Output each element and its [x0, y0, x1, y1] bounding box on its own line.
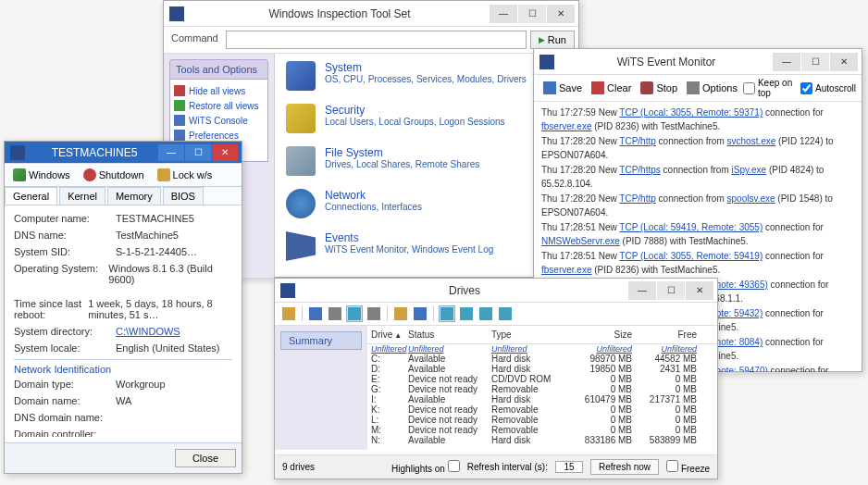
minimize-button[interactable]: —	[490, 5, 517, 23]
keep-on-top-checkbox[interactable]: Keep on top	[743, 78, 799, 98]
toolbar-btn-10[interactable]	[477, 305, 494, 322]
close-button[interactable]: ✕	[830, 53, 858, 71]
table-row[interactable]: M:Device not readyRemovable0 MB0 MB	[367, 425, 717, 435]
toolbar-btn-9[interactable]	[458, 305, 475, 322]
col-size[interactable]: Size	[571, 328, 636, 342]
toolbar-btn-5[interactable]	[366, 305, 382, 322]
options-button[interactable]: Options	[683, 81, 741, 95]
shutdown-menu[interactable]: Shutdown	[78, 167, 150, 183]
tm-titlebar[interactable]: TESTMACHINE5 — ☐ ✕	[5, 142, 242, 164]
toolbar-btn-11[interactable]	[497, 305, 514, 322]
filter-link[interactable]: Unfiltered	[571, 344, 636, 354]
wits-titlebar[interactable]: Windows Inspection Tool Set — ☐ ✕	[164, 1, 578, 27]
filter-link[interactable]: Unfiltered	[367, 344, 404, 354]
filter-link[interactable]: Unfiltered	[488, 344, 571, 354]
event-link[interactable]: TCP (Local: 3055, Remote: 59419)	[619, 251, 763, 261]
category-item[interactable]: File SystemDrives, Local Shares, Remote …	[286, 146, 567, 176]
toolbar-btn-6[interactable]	[392, 305, 409, 322]
interval-input[interactable]	[555, 461, 583, 473]
col-drive[interactable]: Drive▲	[367, 328, 404, 342]
close-button-footer[interactable]: Close	[175, 449, 236, 467]
close-button[interactable]: ✕	[547, 5, 575, 23]
event-link[interactable]: TCP/https	[619, 165, 660, 175]
ev-titlebar[interactable]: WiTS Event Monitor — ☐ ✕	[534, 49, 862, 75]
cell-size: 0 MB	[571, 415, 636, 425]
maximize-button[interactable]: ☐	[657, 281, 685, 300]
table-row[interactable]: N:AvailableHard disk833186 MB583899 MB	[367, 435, 717, 445]
toolbar-btn-4[interactable]	[346, 305, 363, 322]
minimize-button[interactable]: —	[773, 53, 800, 71]
process-link[interactable]: svchost.exe	[727, 136, 776, 146]
col-status[interactable]: Status	[404, 328, 488, 342]
dr-titlebar[interactable]: Drives — ☐ ✕	[275, 279, 717, 303]
category-item[interactable]: SecurityLocal Users, Local Groups, Logon…	[286, 104, 567, 133]
category-item[interactable]: EventsWiTS Event Monitor, Windows Event …	[286, 231, 567, 261]
col-type[interactable]: Type	[488, 328, 571, 342]
table-row[interactable]: K:Device not readyRemovable0 MB0 MB	[367, 404, 717, 415]
sysdir-link[interactable]: C:\WINDOWS	[116, 326, 180, 337]
category-item[interactable]: NetworkConnections, Interfaces	[286, 189, 567, 218]
item-label: Restore all views	[189, 101, 259, 111]
toolbar-btn-8[interactable]	[439, 305, 455, 322]
maximize-button[interactable]: ☐	[518, 5, 546, 23]
sidebar-item[interactable]: WiTS Console	[174, 113, 264, 128]
refresh-button[interactable]: Refresh now	[590, 459, 659, 475]
table-row[interactable]: L:Device not readyRemovable0 MB0 MB	[367, 415, 717, 425]
toolbar-btn-2[interactable]	[307, 305, 324, 322]
autoscroll-checkbox[interactable]: Autoscroll	[800, 82, 856, 94]
table-row[interactable]: C:AvailableHard disk98970 MB44582 MB	[367, 354, 717, 364]
lock-button[interactable]: Lock w/s	[152, 167, 218, 183]
filter-link[interactable]: Unfiltered	[636, 344, 701, 354]
maximize-button[interactable]: ☐	[801, 53, 829, 71]
cell-free: 583899 MB	[636, 435, 701, 445]
minimize-button[interactable]: —	[628, 281, 656, 300]
sidebar-item[interactable]: Hide all views	[174, 83, 264, 98]
item-icon	[174, 100, 185, 111]
save-button[interactable]: Save	[539, 81, 586, 95]
clear-button[interactable]: Clear	[588, 81, 635, 95]
category-icon	[286, 104, 316, 133]
run-button[interactable]: ▶Run	[530, 31, 575, 49]
toolbar-btn-7[interactable]	[412, 305, 428, 322]
cell-type: CD/DVD ROM	[488, 374, 571, 384]
tab-general[interactable]: General	[5, 187, 57, 205]
stop-button[interactable]: Stop	[637, 81, 681, 95]
process-link[interactable]: fbserver.exe	[541, 265, 591, 275]
summary-item[interactable]: Summary	[280, 331, 362, 350]
table-row[interactable]: G:Device not readyRemovable0 MB0 MB	[367, 384, 717, 394]
sidebar-item[interactable]: Restore all views	[174, 98, 264, 113]
command-input[interactable]	[226, 31, 527, 49]
table-row[interactable]: D:AvailableHard disk19850 MB2431 MB	[367, 364, 717, 374]
table-row[interactable]: E:Device not readyCD/DVD ROM0 MB0 MB	[367, 374, 717, 384]
event-link[interactable]: TCP/http	[619, 136, 655, 146]
process-link[interactable]: fbserver.exe	[541, 121, 591, 131]
toolbar-btn-3[interactable]	[327, 305, 343, 322]
close-button[interactable]: ✕	[212, 144, 238, 161]
minimize-button[interactable]: —	[158, 144, 184, 161]
process-link[interactable]: NMSWebServr.exe	[541, 236, 620, 246]
category-item[interactable]: SystemOS, CPU, Processes, Services, Modu…	[286, 61, 567, 91]
toolbar-btn-1[interactable]	[280, 305, 297, 322]
cell-status: Device not ready	[404, 425, 488, 435]
tab-kernel[interactable]: Kernel	[59, 187, 105, 205]
tab-bios[interactable]: BIOS	[163, 187, 204, 205]
event-link[interactable]: TCP (Local: 59419, Remote: 3055)	[619, 222, 763, 232]
filter-link[interactable]: Unfiltered	[404, 344, 488, 354]
event-link[interactable]: TCP (Local: 3055, Remote: 59371)	[619, 107, 763, 118]
label: System SID:	[14, 246, 116, 257]
cell-drive: D:	[367, 364, 404, 374]
table-row[interactable]: I:AvailableHard disk610479 MB217371 MB	[367, 394, 717, 404]
label: Operating System:	[14, 263, 108, 285]
close-button[interactable]: ✕	[686, 281, 713, 300]
maximize-button[interactable]: ☐	[185, 144, 211, 161]
event-link[interactable]: TCP/http	[619, 193, 655, 204]
process-link[interactable]: spoolsv.exe	[727, 193, 775, 204]
tab-memory[interactable]: Memory	[107, 187, 161, 205]
category-subtitle: Local Users, Local Groups, Logon Session…	[325, 117, 505, 127]
freeze-checkbox[interactable]: Freeze	[666, 460, 710, 474]
col-free[interactable]: Free	[636, 328, 701, 342]
highlights-checkbox[interactable]: Highlights on	[391, 460, 460, 474]
process-link[interactable]: iSpy.exe	[732, 165, 767, 175]
table-header: Drive▲ Status Type Size Free	[367, 326, 717, 344]
windows-menu[interactable]: Windows	[7, 167, 76, 183]
